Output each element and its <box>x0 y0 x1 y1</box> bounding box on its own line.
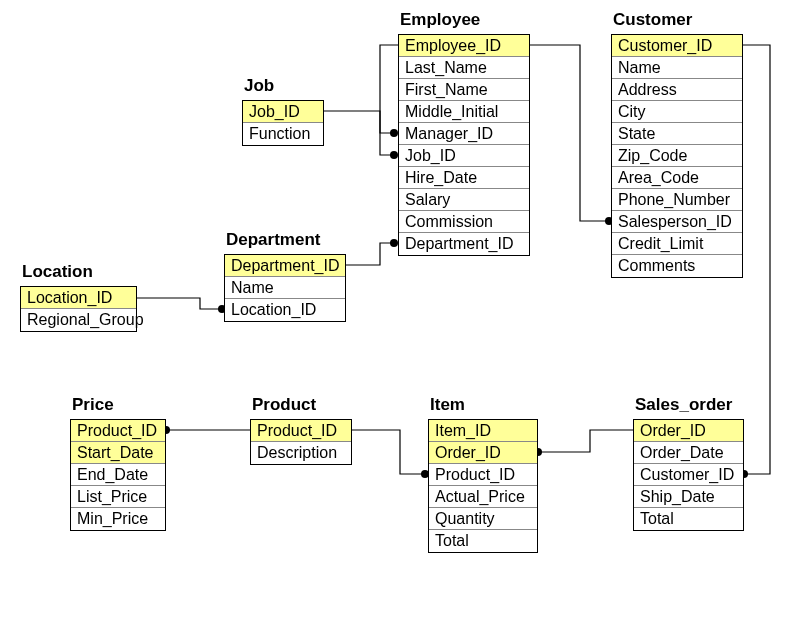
field-employee-first_name: First_Name <box>399 79 529 101</box>
entity-department: Department_IDNameLocation_ID <box>224 254 346 322</box>
field-item-product_id: Product_ID <box>429 464 537 486</box>
entity-title-customer: Customer <box>613 10 692 30</box>
field-sales_order-total: Total <box>634 508 743 530</box>
entity-title-sales-order: Sales_order <box>635 395 732 415</box>
field-item-item_id: Item_ID <box>429 420 537 442</box>
field-employee-manager_id: Manager_ID <box>399 123 529 145</box>
field-price-end_date: End_Date <box>71 464 165 486</box>
field-item-total: Total <box>429 530 537 552</box>
field-customer-address: Address <box>612 79 742 101</box>
entity-title-employee: Employee <box>400 10 480 30</box>
field-department-name: Name <box>225 277 345 299</box>
entity-title-location: Location <box>22 262 93 282</box>
field-price-min_price: Min_Price <box>71 508 165 530</box>
entity-title-department: Department <box>226 230 320 250</box>
field-employee-middle_initial: Middle_Initial <box>399 101 529 123</box>
field-employee-job_id: Job_ID <box>399 145 529 167</box>
field-department-department_id: Department_ID <box>225 255 345 277</box>
field-item-quantity: Quantity <box>429 508 537 530</box>
field-location-regional_group: Regional_Group <box>21 309 136 331</box>
entity-title-price: Price <box>72 395 114 415</box>
entity-price: Product_IDStart_DateEnd_DateList_PriceMi… <box>70 419 166 531</box>
field-customer-customer_id: Customer_ID <box>612 35 742 57</box>
field-customer-area_code: Area_Code <box>612 167 742 189</box>
field-sales_order-customer_id: Customer_ID <box>634 464 743 486</box>
entity-item: Item_IDOrder_IDProduct_IDActual_PriceQua… <box>428 419 538 553</box>
field-customer-credit_limit: Credit_Limit <box>612 233 742 255</box>
entity-title-product: Product <box>252 395 316 415</box>
field-customer-state: State <box>612 123 742 145</box>
field-product-product_id: Product_ID <box>251 420 351 442</box>
entity-job: Job_IDFunction <box>242 100 324 146</box>
entity-title-item: Item <box>430 395 465 415</box>
field-item-order_id: Order_ID <box>429 442 537 464</box>
field-customer-comments: Comments <box>612 255 742 277</box>
svg-point-2 <box>390 239 398 247</box>
field-employee-salary: Salary <box>399 189 529 211</box>
field-employee-last_name: Last_Name <box>399 57 529 79</box>
field-employee-employee_id: Employee_ID <box>399 35 529 57</box>
svg-point-1 <box>390 129 398 137</box>
field-employee-hire_date: Hire_Date <box>399 167 529 189</box>
field-price-product_id: Product_ID <box>71 420 165 442</box>
field-item-actual_price: Actual_Price <box>429 486 537 508</box>
field-sales_order-ship_date: Ship_Date <box>634 486 743 508</box>
field-price-start_date: Start_Date <box>71 442 165 464</box>
field-employee-department_id: Department_ID <box>399 233 529 255</box>
field-location-location_id: Location_ID <box>21 287 136 309</box>
field-employee-commission: Commission <box>399 211 529 233</box>
field-sales_order-order_id: Order_ID <box>634 420 743 442</box>
field-department-location_id: Location_ID <box>225 299 345 321</box>
field-sales_order-order_date: Order_Date <box>634 442 743 464</box>
svg-point-0 <box>390 151 398 159</box>
field-customer-zip_code: Zip_Code <box>612 145 742 167</box>
field-job-function: Function <box>243 123 323 145</box>
entity-title-job: Job <box>244 76 274 96</box>
entity-location: Location_IDRegional_Group <box>20 286 137 332</box>
field-job-job_id: Job_ID <box>243 101 323 123</box>
entity-product: Product_IDDescription <box>250 419 352 465</box>
field-customer-name: Name <box>612 57 742 79</box>
field-customer-phone_number: Phone_Number <box>612 189 742 211</box>
field-price-list_price: List_Price <box>71 486 165 508</box>
field-customer-city: City <box>612 101 742 123</box>
field-product-description: Description <box>251 442 351 464</box>
entity-employee: Employee_IDLast_NameFirst_NameMiddle_Ini… <box>398 34 530 256</box>
field-customer-salesperson_id: Salesperson_ID <box>612 211 742 233</box>
entity-sales-order: Order_IDOrder_DateCustomer_IDShip_DateTo… <box>633 419 744 531</box>
entity-customer: Customer_IDNameAddressCityStateZip_CodeA… <box>611 34 743 278</box>
